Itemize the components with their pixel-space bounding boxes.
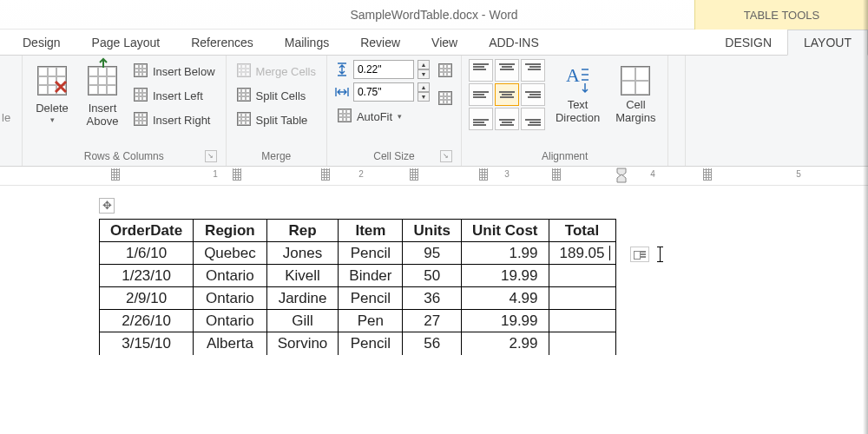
- height-spin-down[interactable]: ▼: [418, 69, 430, 79]
- row-height-input[interactable]: [353, 60, 414, 79]
- align-mid-left[interactable]: [469, 83, 493, 106]
- width-spin-up[interactable]: ▲: [418, 82, 430, 92]
- table-row[interactable]: 1/6/10 Quebec Jones Pencil 95 1.99 189.0…: [100, 242, 616, 265]
- tab-addins[interactable]: ADD-INS: [473, 30, 555, 55]
- insert-above-button[interactable]: Insert Above: [80, 59, 125, 132]
- row-height-icon: [334, 62, 350, 77]
- text-direction-icon: A: [562, 62, 592, 95]
- arrow-up-icon: [97, 57, 109, 69]
- align-top-right[interactable]: [521, 59, 545, 82]
- col-units[interactable]: Units: [403, 220, 462, 242]
- delete-button[interactable]: Delete ▾: [30, 59, 75, 128]
- text-direction-button[interactable]: A Text Direction: [550, 59, 605, 128]
- align-top-center[interactable]: [495, 59, 519, 82]
- col-region[interactable]: Region: [194, 220, 267, 242]
- tab-page-layout[interactable]: Page Layout: [76, 30, 176, 55]
- group-label-alignment: Alignment: [542, 150, 588, 162]
- cell-margins-button[interactable]: Cell Margins: [610, 59, 661, 128]
- col-item[interactable]: Item: [339, 220, 403, 242]
- autofit-button[interactable]: AutoFit ▾: [334, 104, 430, 128]
- align-mid-center[interactable]: [495, 83, 519, 106]
- table-header-row[interactable]: OrderDate Region Rep Item Units Unit Cos…: [100, 220, 616, 242]
- group-label-rows-columns: Rows & Columns: [84, 150, 164, 162]
- insert-below-button[interactable]: Insert Below: [130, 59, 219, 83]
- split-table-button[interactable]: Split Table: [233, 108, 319, 132]
- delete-x-icon: [54, 80, 69, 95]
- window-title: SampleWordTable.docx - Word: [350, 8, 517, 22]
- distribute-columns-button[interactable]: [438, 87, 454, 111]
- indent-marker[interactable]: [616, 168, 627, 183]
- group-rows-columns: Delete ▾ Insert Above Insert Below Inser…: [23, 56, 227, 166]
- ribbon-tab-strip: Design Page Layout References Mailings R…: [0, 30, 868, 56]
- table-row[interactable]: 2/9/10 Ontario Jardine Pencil 36 4.99: [100, 287, 616, 310]
- insert-row-widget[interactable]: [630, 247, 649, 262]
- ribbon: le Delete ▾ Insert Above: [0, 56, 868, 167]
- width-spin-down[interactable]: ▼: [418, 92, 430, 102]
- align-mid-right[interactable]: [521, 83, 545, 106]
- tab-mailings[interactable]: Mailings: [269, 30, 345, 55]
- table-row[interactable]: 3/15/10 Alberta Sorvino Pencil 56 2.99: [100, 332, 616, 355]
- row-height-control[interactable]: ▲▼: [334, 59, 430, 80]
- group-alignment: A Text Direction Cell Margins Alignment: [462, 56, 669, 166]
- document-area[interactable]: ✥ OrderDate Region Rep Item Units Unit C…: [0, 186, 868, 355]
- group-cell-size: ▲▼ ▲▼ AutoFit ▾: [327, 56, 462, 166]
- col-unit-cost[interactable]: Unit Cost: [461, 220, 549, 242]
- merge-cells-button[interactable]: Merge Cells: [233, 59, 319, 83]
- svg-text:A: A: [566, 64, 580, 86]
- alignment-grid: [469, 59, 545, 130]
- align-bot-right[interactable]: [521, 108, 545, 130]
- height-spin-up[interactable]: ▲: [418, 60, 430, 69]
- col-orderdate[interactable]: OrderDate: [100, 220, 194, 242]
- tab-review[interactable]: Review: [345, 30, 416, 55]
- align-bot-left[interactable]: [469, 108, 493, 130]
- tab-references[interactable]: References: [175, 30, 269, 55]
- distribute-rows-button[interactable]: [438, 59, 454, 83]
- column-width-control[interactable]: ▲▼: [334, 82, 430, 102]
- col-total[interactable]: Total: [549, 220, 615, 242]
- word-table[interactable]: OrderDate Region Rep Item Units Unit Cos…: [99, 219, 616, 355]
- tab-view[interactable]: View: [416, 30, 473, 55]
- text-caret-icon: [660, 247, 661, 262]
- table-move-handle[interactable]: ✥: [99, 198, 115, 214]
- col-rep[interactable]: Rep: [266, 220, 339, 242]
- horizontal-ruler[interactable]: 1 2 3 4 5: [0, 167, 868, 186]
- insert-right-button[interactable]: Insert Right: [130, 108, 219, 132]
- group-label-merge: Merge: [261, 150, 291, 162]
- rows-columns-dialog-launcher[interactable]: ↘: [205, 150, 217, 162]
- align-bot-center[interactable]: [495, 108, 519, 130]
- insert-left-button[interactable]: Insert Left: [130, 83, 219, 108]
- column-width-icon: [334, 84, 350, 100]
- split-cells-button[interactable]: Split Cells: [233, 83, 319, 108]
- cell-size-dialog-launcher[interactable]: ↘: [440, 150, 452, 162]
- right-shadow: [863, 0, 868, 434]
- tab-design[interactable]: Design: [7, 30, 76, 55]
- column-width-input[interactable]: [353, 82, 414, 102]
- table-row[interactable]: 1/23/10 Ontario Kivell Binder 50 19.99: [100, 265, 616, 287]
- active-cell[interactable]: 189.05: [549, 242, 615, 265]
- align-top-left[interactable]: [469, 59, 493, 82]
- tab-table-layout[interactable]: LAYOUT: [787, 30, 868, 56]
- group-label-cell-size: Cell Size: [373, 150, 414, 162]
- table-row[interactable]: 2/26/10 Ontario Gill Pen 27 19.99: [100, 310, 616, 332]
- title-bar: SampleWordTable.docx - Word TABLE TOOLS: [0, 0, 868, 30]
- group-merge: Merge Cells Split Cells Split Table Merg…: [227, 56, 327, 166]
- context-tool-label: TABLE TOOLS: [694, 0, 868, 30]
- tab-table-design[interactable]: DESIGN: [709, 30, 787, 55]
